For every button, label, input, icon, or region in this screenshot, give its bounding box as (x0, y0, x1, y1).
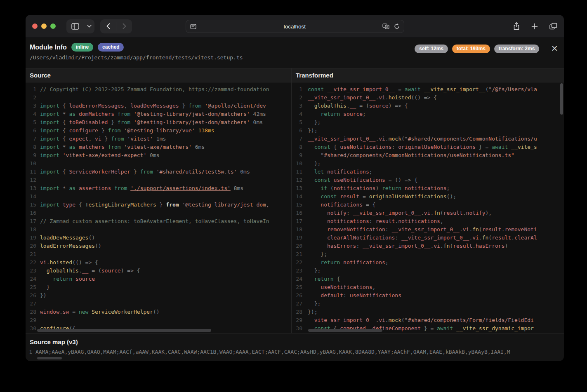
minimize-window-button[interactable] (41, 23, 47, 29)
code-token: ) => { (121, 268, 140, 274)
code-token: const (314, 144, 330, 150)
code-token: * (59, 111, 69, 117)
code-token: return (382, 185, 401, 191)
code-token (308, 177, 314, 183)
module-info-header: Module Info inline cached /Users/vladimi… (26, 38, 564, 68)
line-number: 12 (26, 176, 36, 184)
code-token: * (59, 144, 69, 150)
code-token: 'vitest-axe/extend-expect' (59, 152, 146, 158)
code-line: 16 notify: __vite_ssr_import_0__.vi.fn(r… (292, 209, 564, 217)
forward-button[interactable] (116, 19, 132, 33)
module-link[interactable]: './support/assertions/index.ts' (130, 185, 231, 191)
line-number: 17 (26, 217, 36, 225)
code-token: "#shared/components/Form/fields/FieldEdi (405, 317, 534, 323)
line-number: 26 (26, 291, 36, 300)
code-token: }; (308, 268, 321, 274)
code-token (308, 276, 314, 282)
code-token: ) (375, 185, 382, 191)
code-token: as (69, 144, 75, 150)
code-token: "/@fs/Users/vla (488, 86, 537, 92)
code-token: = ( (88, 268, 101, 274)
transformed-horizontal-scrollbar[interactable] (308, 329, 382, 332)
code-token: useNotifications (350, 292, 401, 298)
code-line: 29__vite_ssr_import_0__.vi.mock("#shared… (292, 316, 564, 324)
line-number: 16 (26, 209, 36, 217)
line-number: 30 (26, 324, 36, 333)
code-token (308, 210, 327, 216)
share-icon[interactable] (513, 22, 520, 30)
code-token: } = (421, 325, 437, 331)
code-token: as (69, 111, 75, 117)
code-token: vi (379, 94, 385, 101)
code-token: TestingLibraryMatchers (85, 202, 156, 208)
tab-overview-icon[interactable] (549, 23, 557, 30)
module-path: /Users/vladimir/Projects/zammad/app/fron… (30, 54, 243, 61)
back-button[interactable] (100, 19, 116, 33)
sidebar-toggle-button[interactable] (66, 19, 84, 33)
code-token: ( (401, 136, 405, 142)
code-token: vi (424, 210, 431, 216)
cached-badge: cached (98, 43, 124, 52)
close-window-button[interactable] (32, 23, 38, 29)
code-token: import (40, 103, 59, 109)
chevron-right-icon (123, 23, 126, 29)
code-line: 18 (26, 225, 291, 234)
source-code[interactable]: 1// Copyright (C) 2012-2025 Zammad Found… (26, 82, 291, 333)
source-horizontal-scrollbar[interactable] (37, 329, 211, 332)
code-token (308, 259, 321, 265)
line-number: 30 (292, 324, 302, 333)
code-token: ; (447, 185, 450, 191)
code-token: __vite_ssr_import_0__ (308, 317, 375, 323)
code-token: removeNotification (327, 226, 385, 232)
transformed-code[interactable]: 1const __vite_ssr_import_0__ = await __v… (292, 82, 564, 333)
code-token: 138ms (195, 127, 215, 134)
code-token: . (79, 268, 82, 274)
line-number: 15 (26, 201, 36, 209)
line-number: 7 (26, 135, 36, 143)
code-token: ( (488, 235, 492, 241)
code-token: vi (40, 259, 47, 265)
code-token: source (72, 276, 95, 282)
code-line: 13import * as assertions from './support… (26, 184, 291, 192)
code-token: 0ms (237, 169, 250, 175)
reload-icon[interactable] (394, 23, 400, 29)
page-translate-icon[interactable] (382, 23, 390, 29)
code-token: mock (389, 317, 401, 323)
line-number: 24 (292, 275, 302, 283)
close-button[interactable]: × (551, 45, 558, 52)
code-line: 7import { expect, vi } from 'vitest' 1ms (26, 135, 291, 143)
code-token: notifications (398, 218, 440, 224)
line-number: 4 (292, 110, 302, 118)
address-bar[interactable]: localhost (186, 20, 404, 33)
code-token: vi (379, 317, 385, 323)
code-line: 2 (26, 94, 291, 102)
new-tab-icon[interactable] (531, 23, 538, 30)
code-token: { (330, 144, 340, 150)
sourcemap-horizontal-scrollbar[interactable] (37, 357, 62, 359)
code-line: 25 useNotifications, (292, 283, 564, 291)
code-token (308, 218, 327, 224)
line-number: 1 (26, 349, 32, 355)
code-token: clearAllNotifications (327, 235, 395, 241)
code-token: new (79, 309, 88, 315)
code-token: mock (389, 136, 401, 142)
line-number: 23 (26, 267, 36, 275)
code-token: return (321, 259, 340, 265)
code-token: from (166, 202, 179, 208)
code-token: __vite_ssr_import_0__ (363, 243, 430, 249)
code-token: { (334, 276, 340, 282)
code-token: ( (327, 185, 334, 191)
line-number: 21 (26, 250, 36, 258)
zoom-window-button[interactable] (50, 23, 56, 29)
line-number: 22 (26, 258, 36, 267)
code-token: __vite_ssr_import__ (421, 86, 486, 92)
code-token: return (321, 111, 340, 117)
code-token: result (492, 235, 511, 241)
reader-icon[interactable] (190, 24, 196, 29)
code-token: from (108, 127, 120, 134)
code-token: "#shared/components/CommonNotifications/… (321, 152, 514, 158)
transformed-vertical-scrollbar[interactable] (560, 83, 563, 115)
code-line: 14 const result = originalUseNotificatio… (292, 192, 564, 201)
sidebar-menu-button[interactable] (84, 19, 94, 33)
code-token: toBeDisabled (69, 119, 108, 125)
